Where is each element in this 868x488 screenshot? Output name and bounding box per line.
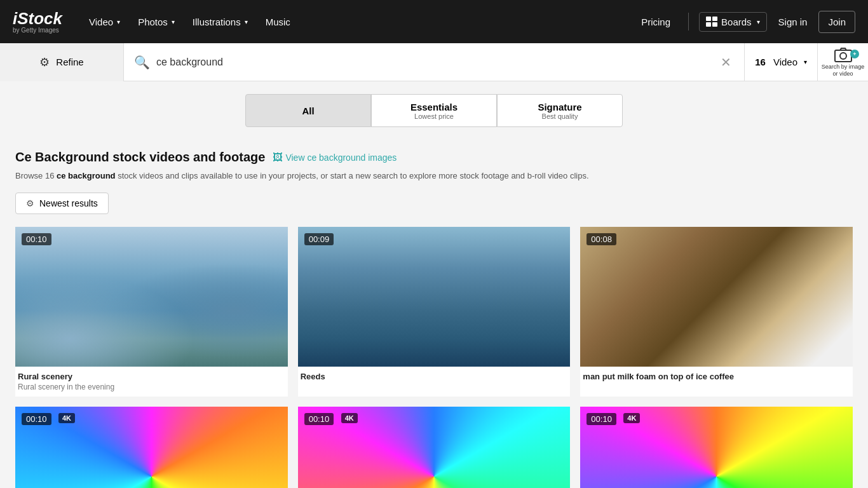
thumbnail-image bbox=[580, 407, 853, 489]
description-text: Browse 16 ce background stock videos and… bbox=[15, 170, 853, 182]
sort-icon: ⚙ bbox=[26, 198, 34, 208]
video-grid: 00:10 Rural scenery Rural scenery in the… bbox=[15, 227, 853, 489]
camera-icon bbox=[834, 47, 852, 62]
chevron-down-icon: ▾ bbox=[245, 18, 248, 25]
refine-button[interactable]: ⚙ Refine bbox=[0, 43, 124, 81]
search-term-bold: ce background bbox=[57, 171, 115, 180]
video-4k-badge: 4K bbox=[58, 413, 75, 423]
tab-essentials-sub: Lowest price bbox=[414, 112, 454, 120]
video-info: Rural scenery Rural scenery in the eveni… bbox=[15, 367, 288, 396]
video-thumbnail: 00:09 bbox=[298, 227, 571, 367]
video-duration: 00:10 bbox=[304, 413, 334, 425]
video-card[interactable]: 00:09 Reeds bbox=[298, 227, 571, 396]
sort-row: ⚙ Newest results bbox=[15, 193, 853, 214]
nav-music[interactable]: Music bbox=[258, 11, 298, 32]
nav-video[interactable]: Video ▾ bbox=[81, 11, 128, 32]
tab-all-label: All bbox=[302, 105, 314, 116]
logo-text: iStock bbox=[13, 10, 62, 27]
video-4k-badge: 4K bbox=[341, 413, 358, 423]
nav-illustrations[interactable]: Illustrations ▾ bbox=[185, 11, 255, 32]
logo-subtext: by Getty Images bbox=[13, 27, 62, 34]
tab-signature-label: Signature bbox=[538, 102, 581, 112]
search-by-label: Search by image or video bbox=[821, 64, 865, 78]
boards-button[interactable]: Boards ▾ bbox=[699, 12, 767, 32]
chevron-down-icon: ▾ bbox=[172, 18, 175, 25]
header-right: Pricing Boards ▾ Sign in Join bbox=[634, 11, 855, 33]
pricing-link[interactable]: Pricing bbox=[634, 11, 678, 32]
clear-search-button[interactable]: ✕ bbox=[718, 52, 734, 72]
chevron-down-icon: ▾ bbox=[117, 18, 120, 25]
video-duration: 00:10 bbox=[22, 233, 51, 245]
page-title: Ce Background stock videos and footage bbox=[15, 150, 265, 165]
thumbnail-image bbox=[15, 407, 288, 489]
logo[interactable]: iStock by Getty Images bbox=[13, 10, 62, 34]
tab-essentials[interactable]: Essentials Lowest price bbox=[371, 94, 497, 127]
sliders-icon: ⚙ bbox=[39, 55, 50, 69]
video-info: Reeds bbox=[298, 367, 571, 388]
chevron-down-icon: ▾ bbox=[757, 18, 760, 25]
svg-rect-1 bbox=[712, 17, 717, 21]
image-icon: 🖼 bbox=[273, 152, 283, 163]
video-subtitle: Rural scenery in the evening bbox=[18, 383, 285, 391]
video-card[interactable]: 00:10 4K bbox=[298, 407, 571, 489]
chevron-down-icon: ▾ bbox=[804, 58, 807, 65]
video-card[interactable]: 00:08 man put milk foam on top of ice co… bbox=[580, 227, 853, 396]
filter-tabs: All Essentials Lowest price Signature Be… bbox=[0, 81, 868, 137]
nav-photos[interactable]: Photos ▾ bbox=[130, 11, 182, 32]
refine-label: Refine bbox=[56, 57, 83, 67]
filter-type-button[interactable]: 16 Video ▾ bbox=[744, 43, 817, 81]
signin-button[interactable]: Sign in bbox=[772, 11, 814, 32]
video-title: Reeds bbox=[301, 372, 568, 381]
video-thumbnail: 00:10 4K bbox=[15, 407, 288, 489]
view-images-label: View ce background images bbox=[285, 152, 397, 163]
main-content: Ce Background stock videos and footage 🖼… bbox=[0, 137, 868, 488]
sort-button[interactable]: ⚙ Newest results bbox=[15, 193, 109, 214]
video-duration: 00:08 bbox=[587, 233, 616, 245]
video-card[interactable]: 00:10 Rural scenery Rural scenery in the… bbox=[15, 227, 288, 396]
thumbnail-image bbox=[298, 407, 571, 489]
view-images-link[interactable]: 🖼 View ce background images bbox=[273, 152, 397, 163]
video-4k-badge: 4K bbox=[623, 413, 640, 423]
video-info: man put milk foam on top of ice coffee bbox=[580, 367, 853, 388]
search-by-image-button[interactable]: + Search by image or video bbox=[817, 43, 868, 81]
search-bar: ⚙ Refine 🔍 ✕ 16 Video ▾ + Search by imag… bbox=[0, 43, 868, 81]
thumbnail-image bbox=[580, 227, 853, 367]
result-count: 16 bbox=[755, 57, 766, 67]
page-heading: Ce Background stock videos and footage 🖼… bbox=[15, 150, 853, 165]
tab-all[interactable]: All bbox=[245, 94, 371, 127]
tab-signature[interactable]: Signature Best quality bbox=[497, 94, 623, 127]
search-icon: 🔍 bbox=[134, 55, 150, 70]
search-input-area: 🔍 ✕ bbox=[124, 52, 744, 72]
video-title: man put milk foam on top of ice coffee bbox=[583, 372, 850, 381]
svg-rect-4 bbox=[835, 50, 851, 62]
video-duration: 00:10 bbox=[587, 413, 616, 425]
main-nav: Video ▾ Photos ▾ Illustrations ▾ Music bbox=[81, 11, 634, 32]
plus-badge: + bbox=[850, 50, 859, 58]
video-title: Rural scenery bbox=[18, 372, 285, 381]
divider bbox=[688, 13, 689, 30]
video-duration: 00:10 bbox=[22, 413, 51, 425]
video-card[interactable]: 00:10 4K bbox=[580, 407, 853, 489]
video-card[interactable]: 00:10 4K bbox=[15, 407, 288, 489]
video-duration: 00:09 bbox=[304, 233, 334, 245]
search-input[interactable] bbox=[156, 57, 712, 68]
svg-rect-2 bbox=[706, 22, 711, 27]
tab-essentials-label: Essentials bbox=[410, 102, 458, 112]
video-thumbnail: 00:10 4K bbox=[580, 407, 853, 489]
sort-label: Newest results bbox=[39, 198, 98, 208]
join-button[interactable]: Join bbox=[818, 11, 855, 33]
svg-rect-3 bbox=[712, 22, 717, 27]
svg-rect-0 bbox=[706, 17, 711, 21]
video-thumbnail: 00:08 bbox=[580, 227, 853, 367]
svg-point-5 bbox=[840, 53, 846, 59]
thumbnail-image bbox=[298, 227, 571, 367]
filter-type-label: Video bbox=[773, 57, 797, 67]
header: iStock by Getty Images Video ▾ Photos ▾ … bbox=[0, 0, 868, 43]
boards-icon bbox=[706, 17, 717, 27]
tab-signature-sub: Best quality bbox=[542, 112, 578, 120]
boards-label: Boards bbox=[721, 17, 752, 27]
thumbnail-image bbox=[15, 227, 288, 367]
video-thumbnail: 00:10 4K bbox=[298, 407, 571, 489]
video-thumbnail: 00:10 bbox=[15, 227, 288, 367]
